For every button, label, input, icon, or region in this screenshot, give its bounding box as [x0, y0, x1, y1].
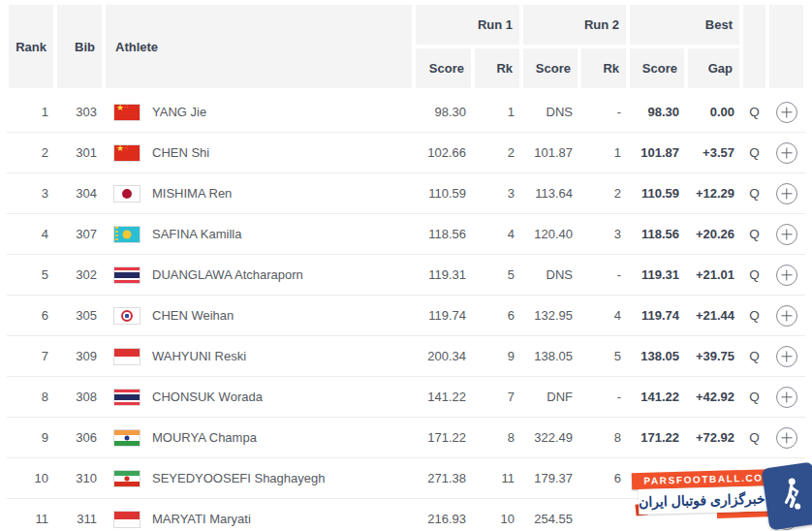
rank-cell: 11: [7, 499, 55, 531]
rank-cell: 2: [7, 133, 55, 172]
expand-cell: [767, 458, 805, 498]
results-body: 1 303 YANG Jie 98.30 1 DNS - 98.30 0.00 …: [7, 92, 805, 531]
qualified-mark: [741, 499, 767, 531]
header-bib: Bib: [55, 3, 104, 90]
run1-score-cell: 200.34: [414, 336, 473, 376]
best-score-cell: 110.59: [628, 173, 686, 213]
run2-score-cell: 179.37: [521, 458, 579, 498]
expand-cell: [767, 499, 805, 531]
expand-plus-button[interactable]: [776, 224, 797, 245]
header-gap: Gap: [686, 47, 741, 90]
best-score-cell: 101.87: [628, 133, 686, 172]
header-rank: Rank: [7, 3, 55, 90]
header-run1-rank: Rk: [473, 47, 521, 90]
table-row: 6 305 CHEN Weihan 119.74 6 132.95 4 119.…: [7, 296, 805, 336]
expand-plus-button[interactable]: [776, 102, 797, 123]
athlete-cell: WAHYUNI Reski: [104, 336, 414, 376]
run1-rank-cell: 6: [473, 296, 521, 335]
rank-cell: 4: [7, 214, 55, 254]
best-score-cell: [628, 499, 686, 531]
run1-rank-cell: 7: [473, 377, 521, 417]
expand-plus-button[interactable]: [776, 468, 797, 489]
best-score-cell: 98.30: [628, 92, 686, 132]
expand-plus-button[interactable]: [776, 387, 797, 408]
athlete-cell: CHONSUK Worada: [104, 377, 414, 417]
country-flag-icon: [113, 104, 141, 121]
header-athlete: Athlete: [104, 3, 414, 90]
gap-cell: +81.07: [686, 458, 741, 498]
athlete-name: YANG Jie: [152, 105, 206, 119]
athlete-name: SEYEDYOOSEFI Shaghayegh: [152, 471, 325, 485]
qualified-mark: Q: [741, 296, 767, 335]
run2-score-cell: 113.64: [521, 173, 579, 213]
run1-score-cell: 98.30: [414, 92, 473, 132]
bib-cell: 302: [55, 255, 104, 295]
country-flag-icon: [113, 429, 141, 447]
run2-rank-cell: [579, 499, 628, 531]
qualified-mark: Q: [741, 377, 767, 417]
run2-rank-cell: 1: [579, 133, 628, 172]
run1-score-cell: 119.74: [414, 296, 473, 335]
table-row: 2 301 CHEN Shi 102.66 2 101.87 1 101.87 …: [7, 133, 805, 173]
rank-cell: 8: [7, 377, 55, 417]
qualified-mark: Q: [741, 133, 767, 172]
run2-rank-cell: 4: [579, 296, 628, 335]
best-score-cell: 118.56: [628, 214, 686, 254]
bib-cell: 304: [55, 173, 104, 213]
athlete-cell: CHEN Weihan: [104, 296, 414, 335]
run2-rank-cell: 2: [579, 173, 628, 213]
expand-plus-button[interactable]: [776, 142, 797, 164]
run2-score-cell: 101.87: [521, 133, 579, 172]
run1-score-cell: 118.56: [414, 214, 473, 254]
athlete-cell: MOURYA Champa: [104, 418, 414, 457]
expand-plus-button[interactable]: [776, 183, 797, 204]
expand-cell: [767, 92, 805, 132]
run2-score-cell: DNS: [521, 255, 579, 295]
best-score-cell: 171.22: [628, 418, 686, 457]
bib-cell: 309: [55, 336, 104, 376]
expand-cell: [767, 214, 805, 254]
table-row: 4 307 SAFINA Kamilla 118.56 4 120.40 3 1…: [7, 214, 805, 255]
expand-plus-button[interactable]: [776, 265, 797, 286]
expand-plus-button[interactable]: [776, 509, 797, 530]
bib-cell: 303: [55, 92, 104, 132]
gap-cell: +3.57: [686, 133, 741, 172]
table-row: 1 303 YANG Jie 98.30 1 DNS - 98.30 0.00 …: [7, 92, 805, 133]
athlete-cell: CHEN Shi: [104, 133, 414, 172]
bib-cell: 305: [55, 296, 104, 335]
best-score-cell: 138.05: [628, 336, 686, 376]
run2-rank-cell: -: [579, 92, 628, 132]
run1-rank-cell: 8: [473, 418, 521, 457]
country-flag-icon: [113, 226, 141, 243]
expand-plus-button[interactable]: [776, 346, 797, 367]
header-run1-score: Score: [414, 47, 473, 90]
gap-cell: +20.26: [686, 214, 741, 254]
expand-cell: [767, 133, 805, 172]
run2-rank-cell: -: [579, 377, 628, 417]
gap-cell: +39.75: [686, 336, 741, 376]
run1-rank-cell: 10: [473, 499, 521, 531]
gap-cell: +21.44: [686, 296, 741, 335]
bib-cell: 310: [55, 458, 104, 498]
run1-rank-cell: 3: [473, 173, 521, 213]
expand-cell: [767, 255, 805, 295]
table-row: 7 309 WAHYUNI Reski 200.34 9 138.05 5 13…: [7, 336, 805, 377]
expand-plus-button[interactable]: [776, 305, 797, 327]
country-flag-icon: [113, 266, 141, 284]
rank-cell: 9: [7, 418, 55, 457]
run1-rank-cell: 5: [473, 255, 521, 295]
run1-score-cell: 141.22: [414, 377, 473, 417]
country-flag-icon: [113, 389, 141, 406]
run1-rank-cell: 11: [473, 458, 521, 498]
expand-cell: [767, 418, 805, 457]
qualified-mark: Q: [741, 255, 767, 295]
athlete-name: MISHIMA Ren: [152, 186, 232, 201]
athlete-cell: MARYATI Maryati: [104, 499, 414, 531]
expand-cell: [767, 173, 805, 213]
run1-rank-cell: 9: [473, 336, 521, 376]
athlete-name: CHONSUK Worada: [152, 390, 263, 404]
expand-plus-button[interactable]: [776, 427, 797, 449]
run2-score-cell: 120.40: [521, 214, 579, 254]
qualified-mark: Q: [741, 418, 767, 457]
best-score-cell: 141.22: [628, 377, 686, 417]
